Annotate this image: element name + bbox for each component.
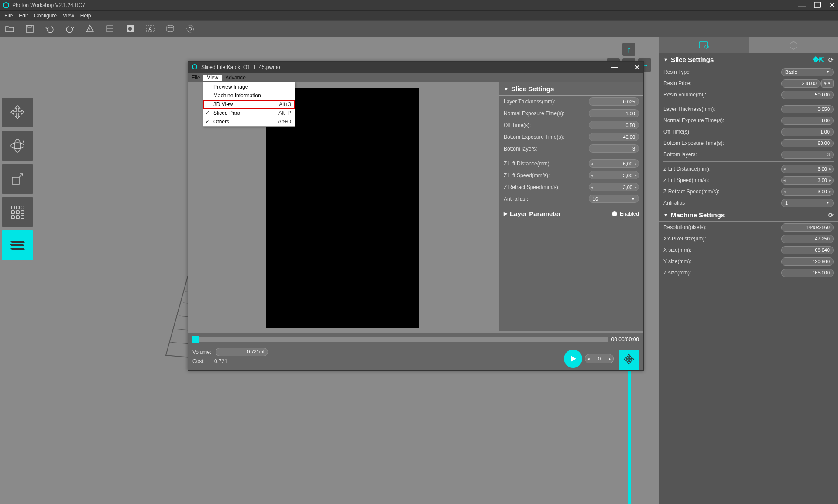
layer-parameter-header[interactable]: ▶ Layer Parameter Enabled xyxy=(499,207,643,220)
layer-thickness-field[interactable]: 0.050 xyxy=(781,105,834,113)
menu-3d-view[interactable]: 3D ViewAlt+3 xyxy=(203,100,295,109)
volume-label: Volume: xyxy=(192,349,211,355)
svg-point-20 xyxy=(11,143,24,149)
menu-machine-information[interactable]: Machine Information xyxy=(203,91,295,100)
refresh-icon[interactable]: ⟳ xyxy=(828,56,834,63)
slice-settings-header[interactable]: ▼ Slice Settings �⇱ ⟳ xyxy=(659,53,838,66)
menu-view[interactable]: View xyxy=(60,13,77,19)
resolution-field[interactable]: 1440x2560 xyxy=(781,223,834,232)
machine-settings-title: Machine Settings xyxy=(671,211,725,219)
minimize-button[interactable]: — xyxy=(798,1,806,10)
anti-alias-select[interactable]: 1▼ xyxy=(781,199,834,207)
currency-select[interactable]: ¥▼ xyxy=(821,79,834,88)
tab-settings[interactable] xyxy=(659,37,749,53)
svg-point-12 xyxy=(187,25,194,32)
xy-pixel-field[interactable]: 47.250 xyxy=(781,235,834,243)
d-z-retract-speed-field[interactable]: 3,00 xyxy=(589,183,639,191)
resin-price-field[interactable]: 218.00 xyxy=(781,79,821,88)
menu-configure[interactable]: Configure xyxy=(31,13,59,19)
dialog-minimize[interactable]: — xyxy=(611,63,618,72)
off-time-field[interactable]: 1.00 xyxy=(781,128,834,136)
gear-dotted-icon[interactable] xyxy=(185,24,196,34)
resin-type-select[interactable]: Basic▼ xyxy=(781,68,834,76)
maximize-button[interactable]: ❐ xyxy=(814,0,821,10)
svg-point-21 xyxy=(14,139,21,152)
svg-point-11 xyxy=(167,25,174,28)
d-anti-alias-select[interactable]: 16▼ xyxy=(589,195,639,203)
cube-icon[interactable] xyxy=(105,24,115,34)
import-settings-icon[interactable]: �⇱ xyxy=(813,56,824,63)
move-tool[interactable] xyxy=(2,98,33,127)
menu-edit[interactable]: Edit xyxy=(16,13,31,19)
d-layer-thickness-label: Layer Thickness(mm): xyxy=(504,99,589,105)
menu-help[interactable]: Help xyxy=(78,13,94,19)
target-icon[interactable] xyxy=(125,24,135,34)
layer-thickness-label: Layer Thickness(mm): xyxy=(663,106,781,112)
menu-preview-image[interactable]: Preview Image xyxy=(203,82,295,91)
z-lift-speed-field[interactable]: 3,00 xyxy=(781,176,834,185)
collapse-icon: ▼ xyxy=(663,57,668,62)
dialog-menu-file[interactable]: File xyxy=(188,75,203,81)
time-display: 00:00/00:00 xyxy=(611,336,639,343)
z-lift-dist-label: Z Lift Distance(mm): xyxy=(663,166,781,172)
dialog-titlebar: Sliced File:Katok_O1_1_45.pwmo — □ ✕ xyxy=(188,62,643,73)
cost-field: 0.721 xyxy=(214,358,227,364)
slice-tool[interactable] xyxy=(2,230,33,260)
warning-icon[interactable] xyxy=(85,24,95,34)
play-button[interactable] xyxy=(564,350,582,368)
d-bottom-layers-field[interactable]: 3 xyxy=(589,144,639,153)
enabled-radio[interactable] xyxy=(612,211,617,216)
y-size-field[interactable]: 120.960 xyxy=(781,257,834,266)
rotate-tool[interactable] xyxy=(2,131,33,161)
menu-others[interactable]: ✓OthersAlt+O xyxy=(203,117,295,126)
scale-tool[interactable] xyxy=(2,164,33,194)
save-icon[interactable] xyxy=(24,24,35,34)
dialog-maximize[interactable]: □ xyxy=(624,63,628,72)
xy-pixel-label: XY-Pixel size(um): xyxy=(663,236,781,242)
menu-sliced-para[interactable]: ✓Sliced ParaAlt+P xyxy=(203,109,295,117)
svg-point-8 xyxy=(128,27,132,31)
d-normal-exposure-field[interactable]: 1.00 xyxy=(589,109,639,117)
nav-up[interactable]: ↑ xyxy=(622,43,635,56)
text-icon[interactable]: A xyxy=(145,24,155,34)
d-z-lift-dist-label: Z Lift Distance(mm): xyxy=(504,161,589,167)
frame-slider-track[interactable] xyxy=(192,337,608,342)
svg-rect-30 xyxy=(16,216,19,219)
dialog-menu-advance[interactable]: Advance xyxy=(222,75,249,81)
d-z-lift-speed-field[interactable]: 3,00 xyxy=(589,171,639,179)
y-size-label: Y size(mm): xyxy=(663,258,781,264)
frame-slider-thumb[interactable] xyxy=(192,336,199,343)
z-retract-speed-field[interactable]: 3,00 xyxy=(781,188,834,196)
open-icon[interactable] xyxy=(4,24,15,34)
undo-icon[interactable] xyxy=(45,24,55,34)
d-z-lift-dist-field[interactable]: 6,00 xyxy=(589,159,639,168)
array-tool[interactable] xyxy=(2,197,33,227)
dialog-icon xyxy=(192,64,199,71)
bottom-layers-field[interactable]: 3 xyxy=(781,151,834,159)
z-lift-dist-field[interactable]: 6,00 xyxy=(781,165,834,173)
bottom-exposure-field[interactable]: 60.00 xyxy=(781,139,834,147)
normal-exposure-field[interactable]: 8.00 xyxy=(781,117,834,125)
z-size-field[interactable]: 165.000 xyxy=(781,269,834,277)
dialog-close[interactable]: ✕ xyxy=(634,63,640,72)
d-layer-thickness-field[interactable]: 0.025 xyxy=(589,97,639,106)
refresh-icon[interactable]: ⟳ xyxy=(828,212,834,219)
svg-rect-24 xyxy=(16,206,19,209)
menu-file[interactable]: File xyxy=(2,13,15,19)
close-button[interactable]: ✕ xyxy=(829,0,835,10)
d-z-lift-speed-label: Z Lift Speed(mm/s): xyxy=(504,172,589,178)
d-normal-exposure-label: Normal Exposure Time(s): xyxy=(504,110,589,117)
pan-button[interactable] xyxy=(619,350,639,370)
resin-volume-field[interactable]: 500.00 xyxy=(781,91,834,99)
d-bottom-exposure-field[interactable]: 40.00 xyxy=(589,133,639,141)
dialog-menu-view[interactable]: View xyxy=(203,75,222,81)
d-off-time-field[interactable]: 0.50 xyxy=(589,121,639,129)
frame-spinner[interactable]: 0 xyxy=(585,354,614,363)
cylinder-icon[interactable] xyxy=(165,24,175,34)
x-size-field[interactable]: 68.040 xyxy=(781,246,834,254)
redo-icon[interactable] xyxy=(65,24,75,34)
dialog-slice-settings-header[interactable]: ▼ Slice Settings xyxy=(499,82,643,96)
expand-icon: ▶ xyxy=(504,211,507,216)
machine-settings-header[interactable]: ▼ Machine Settings ⟳ xyxy=(659,209,838,222)
tab-model[interactable] xyxy=(749,37,838,53)
